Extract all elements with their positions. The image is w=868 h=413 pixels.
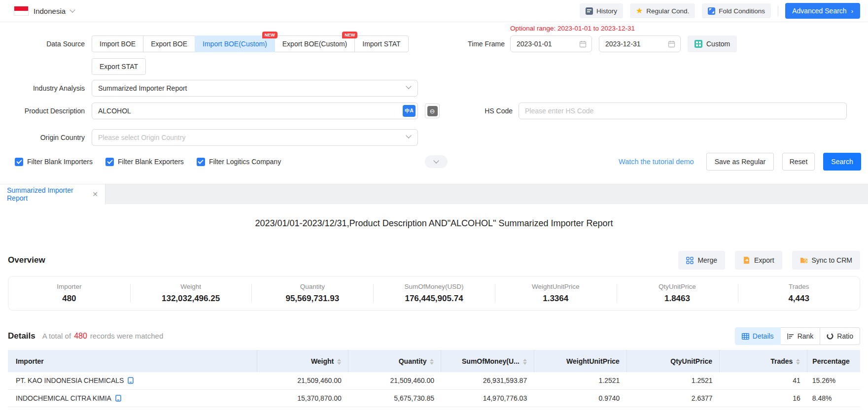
- details-heading: Details: [8, 331, 35, 341]
- search-button[interactable]: Search: [823, 153, 861, 171]
- country-name: Indonesia: [34, 7, 66, 15]
- indonesia-flag-icon: [14, 6, 29, 16]
- checkbox-checked-icon: [15, 158, 23, 166]
- calendar-icon[interactable]: [579, 40, 587, 48]
- new-badge: NEW: [262, 32, 278, 38]
- sort-icon[interactable]: [523, 359, 527, 365]
- sort-icon[interactable]: [796, 359, 800, 365]
- rank-icon: [787, 333, 794, 340]
- stat-trades: Trades 4,443: [738, 283, 860, 304]
- divider: [778, 5, 778, 16]
- report-title: 2023/01/01-2023/12/31,Product Descriptio…: [8, 218, 860, 229]
- start-date-input[interactable]: 2023-01-01: [510, 35, 592, 52]
- merge-button[interactable]: Merge: [678, 251, 725, 270]
- col-weight-unit-price: WeightUnitPrice: [534, 350, 626, 372]
- col-importer: Importer: [8, 350, 257, 372]
- stat-weight: Weight 132,032,496.25: [130, 283, 252, 304]
- end-date-input[interactable]: 2023-12-31: [599, 35, 681, 52]
- stat-importer: Importer 480: [8, 283, 130, 304]
- stat-qty-unit-price: QtyUnitPrice 1.8463: [617, 283, 738, 304]
- advanced-search-button[interactable]: Advanced Search ›: [785, 3, 860, 19]
- view-switcher: Details Rank Ratio: [735, 327, 860, 345]
- table-row: INDOCHEMICAL CITRA KIMIA 15,370,870.00 5…: [8, 389, 860, 407]
- time-frame-label: Time Frame: [436, 35, 505, 52]
- filter-actions-row: Filter Blank Importers Filter Blank Expo…: [0, 153, 868, 171]
- chevron-right-icon: ›: [851, 7, 853, 15]
- view-ratio-button[interactable]: Ratio: [820, 327, 860, 345]
- fold-conditions-button[interactable]: Fold Conditions: [702, 3, 771, 18]
- view-rank-button[interactable]: Rank: [780, 327, 821, 345]
- col-quantity: Quantity: [348, 350, 441, 372]
- origin-country-row: Origin Country Please select Origin Coun…: [0, 129, 868, 146]
- product-description-label: Product Description: [0, 103, 85, 119]
- sync-to-crm-button[interactable]: Sync to CRM: [792, 251, 860, 270]
- table-header-row: Importer Weight Quantity SumOfMoney(U...…: [8, 350, 860, 372]
- industry-analysis-label: Industry Analysis: [0, 80, 85, 97]
- fold-icon: [708, 7, 715, 15]
- country-selector[interactable]: Indonesia: [14, 6, 74, 16]
- tab-export-stat[interactable]: Export STAT: [92, 58, 146, 75]
- translate-icon[interactable]: 中A: [403, 105, 416, 117]
- col-trades: Trades: [720, 350, 807, 372]
- tab-import-stat[interactable]: Import STAT: [354, 35, 408, 52]
- history-icon: [586, 7, 593, 15]
- custom-icon: [694, 40, 702, 48]
- checkbox-checked-icon: [197, 158, 205, 166]
- company-contact-icon[interactable]: [115, 395, 121, 402]
- origin-country-select[interactable]: Please select Origin Country: [92, 129, 418, 146]
- industry-analysis-row: Industry Analysis Summarized Importer Re…: [0, 80, 868, 97]
- close-icon[interactable]: ✕: [92, 190, 98, 198]
- filter-panel: Optional range: 2023-01-01 to 2023-12-31…: [0, 22, 868, 184]
- hs-code-input[interactable]: [519, 103, 847, 119]
- industry-analysis-select[interactable]: Summarized Importer Report: [92, 80, 418, 97]
- folder-sync-icon: [800, 257, 808, 264]
- reset-button[interactable]: Reset: [782, 153, 815, 171]
- record-count: 480: [74, 332, 87, 340]
- checkbox-filter-logistics-company[interactable]: Filter Logitics Company: [197, 158, 281, 166]
- optional-range-hint: Optional range: 2023-01-01 to 2023-12-31: [510, 25, 635, 32]
- importer-name[interactable]: PT. KAO INDONESIA CHEMICALS: [16, 377, 124, 384]
- data-source-tabs: Import BOE Export BOE Import BOE(Custom)…: [92, 35, 409, 52]
- merge-icon: [686, 257, 694, 264]
- checkbox-filter-blank-importers[interactable]: Filter Blank Importers: [15, 158, 93, 166]
- stat-weight-unit-price: WeightUnitPrice 1.3364: [495, 283, 617, 304]
- overview-buttons: Merge Export Sync to CRM: [678, 251, 860, 270]
- overview-stats-card: Importer 480 Weight 132,032,496.25 Quant…: [8, 276, 860, 310]
- export-button[interactable]: Export: [735, 251, 782, 270]
- product-description-row: Product Description 中A ⊖ HS Code: [0, 103, 868, 119]
- topbar-actions: History ★ Regular Cond. Fold Conditions …: [580, 3, 860, 19]
- top-bar: Indonesia History ★ Regular Cond. Fold C…: [0, 0, 868, 22]
- tab-export-boe-custom[interactable]: Export BOE(Custom) NEW: [275, 35, 355, 52]
- records-summary: A total of480records were matched: [42, 332, 163, 341]
- custom-range-button[interactable]: Custom: [688, 35, 737, 52]
- ratio-pie-icon: [827, 333, 833, 340]
- chevron-down-icon: [406, 83, 411, 89]
- history-button[interactable]: History: [580, 3, 623, 18]
- regular-cond-button[interactable]: ★ Regular Cond.: [630, 3, 695, 18]
- tutorial-link[interactable]: Watch the tutorial demo: [619, 153, 694, 171]
- tab-import-boe-custom[interactable]: Import BOE(Custom) NEW: [195, 35, 275, 52]
- chevron-down-icon: [406, 133, 411, 138]
- overview-header: Overview Merge Export: [8, 251, 860, 270]
- product-description-input[interactable]: [92, 107, 403, 115]
- star-icon: ★: [636, 7, 643, 15]
- save-as-regular-button[interactable]: Save as Regular: [706, 153, 774, 171]
- col-weight: Weight: [257, 350, 348, 372]
- col-sum-of-money: SumOfMoney(U...: [441, 350, 534, 372]
- table-icon: [742, 333, 749, 340]
- importer-name[interactable]: INDOCHEMICAL CITRA KIMIA: [16, 394, 111, 402]
- data-source-row: Data Source Import BOE Export BOE Import…: [0, 35, 868, 52]
- col-qty-unit-price: QtyUnitPrice: [626, 350, 719, 372]
- tab-import-boe[interactable]: Import BOE: [92, 35, 143, 52]
- collapse-conditions-button[interactable]: [425, 155, 448, 168]
- view-details-button[interactable]: Details: [735, 327, 781, 345]
- checkbox-filter-blank-exporters[interactable]: Filter Blank Exporters: [105, 158, 184, 166]
- sort-icon[interactable]: [430, 359, 434, 365]
- sort-icon[interactable]: [337, 359, 341, 365]
- new-badge: NEW: [342, 32, 357, 38]
- tab-summarized-importer-report[interactable]: Summarized Importer Report ✕: [0, 184, 105, 204]
- calendar-icon[interactable]: [668, 40, 675, 48]
- tab-export-boe[interactable]: Export BOE: [143, 35, 195, 52]
- company-contact-icon[interactable]: [128, 377, 134, 384]
- chevron-down-icon: [433, 158, 439, 163]
